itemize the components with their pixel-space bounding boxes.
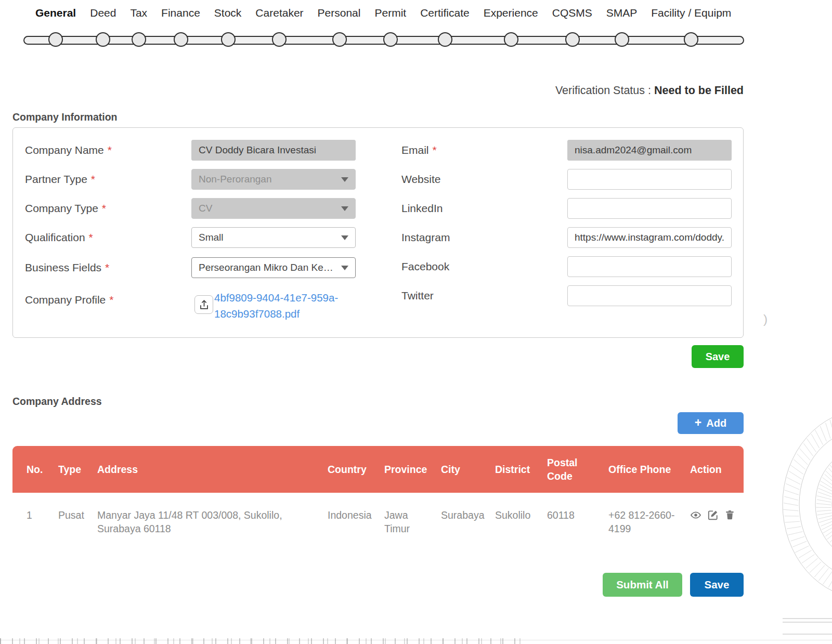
cell-country: Indonesia <box>328 508 384 522</box>
step-circle[interactable] <box>174 32 188 47</box>
company-information-card: Company Name*Partner Type*Non-Perorangan… <box>12 127 744 338</box>
bottom-sketch-marks <box>0 638 525 644</box>
step-circle[interactable] <box>504 32 518 47</box>
submit-all-button[interactable]: Submit All <box>603 573 682 597</box>
column-header-type: Type <box>58 464 97 476</box>
plus-icon: + <box>695 417 701 429</box>
address-table-body: 1PusatManyar Jaya 11/48 RT 003/008, Suko… <box>12 493 744 542</box>
instagram-input[interactable] <box>567 227 732 248</box>
step-circle[interactable] <box>684 32 698 47</box>
cell-address: Manyar Jaya 11/48 RT 003/008, Sukolilo, … <box>97 508 328 535</box>
linkedin-input[interactable] <box>567 198 732 219</box>
verification-status: Verification Status : Need to be Filled <box>555 84 744 97</box>
field-label-linkedin: LinkedIn <box>401 198 443 219</box>
verification-status-label: Verification Status : <box>555 84 651 97</box>
twitter-input[interactable] <box>567 285 732 306</box>
field-label-instagram: Instagram <box>401 227 450 248</box>
step-circle[interactable] <box>438 32 452 47</box>
column-header-province: Province <box>384 464 441 476</box>
form-row-twitter: Twitter <box>13 285 743 306</box>
cell-type: Pusat <box>58 508 97 522</box>
watermark-sketch <box>769 416 832 624</box>
step-circle[interactable] <box>332 32 347 47</box>
add-address-button-label: Add <box>706 417 726 429</box>
column-header-office-phone: Office Phone <box>608 464 690 476</box>
field-label-twitter: Twitter <box>401 285 434 306</box>
cell-office_phone: +62 812-2660-4199 <box>608 508 690 535</box>
trash-icon[interactable] <box>724 509 735 521</box>
table-row: 1PusatManyar Jaya 11/48 RT 003/008, Suko… <box>12 493 744 542</box>
field-label-facebook: Facebook <box>401 256 449 277</box>
stray-paren-glyph: ) <box>763 312 768 326</box>
company-address-save-button[interactable]: Save <box>690 573 744 597</box>
form-row-instagram: Instagram <box>13 227 743 248</box>
cell-province: Jawa Timur <box>384 508 441 535</box>
watermark-line <box>783 634 832 635</box>
field-label-email: Email* <box>401 140 437 161</box>
address-table: No.TypeAddressCountryProvinceCityDistric… <box>12 446 744 542</box>
column-header-no: No. <box>27 464 58 476</box>
company-information-save-button[interactable]: Save <box>692 345 744 368</box>
column-header-postal-code: Postal Code <box>547 456 608 483</box>
cell-action <box>690 508 744 521</box>
column-header-city: City <box>441 464 495 476</box>
step-circle[interactable] <box>48 32 63 47</box>
form-row-email: Email* <box>13 140 743 161</box>
column-header-address: Address <box>97 464 328 476</box>
website-input[interactable] <box>567 169 732 190</box>
watermark-line <box>783 618 832 619</box>
eye-icon[interactable] <box>690 509 701 521</box>
step-circle[interactable] <box>615 32 629 47</box>
form-row-linkedin: LinkedIn <box>13 198 743 219</box>
email-input <box>567 140 732 161</box>
watermark-line <box>783 622 832 623</box>
company-address-heading: Company Address <box>12 396 102 408</box>
step-circle[interactable] <box>383 32 398 47</box>
step-circle[interactable] <box>132 32 146 47</box>
cell-district: Sukolilo <box>495 508 547 522</box>
step-circle[interactable] <box>565 32 580 47</box>
column-header-action: Action <box>690 464 744 476</box>
form-row-website: Website <box>13 169 743 190</box>
form-row-facebook: Facebook <box>13 256 743 277</box>
facebook-input[interactable] <box>567 256 732 277</box>
step-circle[interactable] <box>96 32 110 47</box>
column-header-country: Country <box>328 464 384 476</box>
company-information-heading: Company Information <box>12 111 118 123</box>
field-label-website: Website <box>401 169 440 190</box>
add-address-button[interactable]: + Add <box>678 412 744 434</box>
column-header-district: District <box>495 464 547 476</box>
cell-no: 1 <box>27 508 58 522</box>
verification-status-value: Need to be Filled <box>654 84 744 97</box>
cell-city: Surabaya <box>441 508 495 522</box>
address-table-header: No.TypeAddressCountryProvinceCityDistric… <box>12 446 744 493</box>
step-circle[interactable] <box>272 32 287 47</box>
required-asterisk: * <box>433 144 437 156</box>
stepper <box>0 0 832 52</box>
edit-icon[interactable] <box>707 509 719 521</box>
step-circle[interactable] <box>221 32 236 47</box>
cell-postal_code: 60118 <box>547 508 608 522</box>
